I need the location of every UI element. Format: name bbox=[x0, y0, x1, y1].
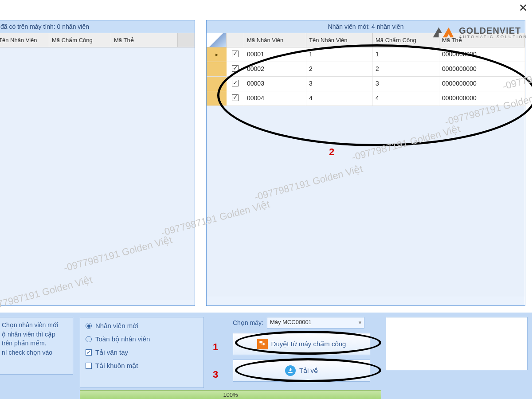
cell-ma-nhan-vien: 00004 bbox=[244, 91, 306, 106]
cell-ten-nhan-vien: 2 bbox=[306, 62, 373, 76]
cell-ma-the: 0000000000 bbox=[439, 91, 525, 106]
col-header: Mã Thẻ bbox=[111, 33, 178, 47]
row-header[interactable] bbox=[207, 91, 227, 106]
help-line: trên phần mềm. bbox=[2, 339, 69, 348]
existing-employees-panel: đã có trên máy tính: 0 nhân viên Tên Nhâ… bbox=[0, 20, 195, 306]
checkbox-icon bbox=[86, 363, 92, 369]
table-row[interactable]: 00002220000000000 bbox=[207, 62, 525, 77]
annotation-number: 3 bbox=[213, 369, 218, 380]
checkbox-label: Tải vân tay bbox=[95, 348, 128, 356]
table-header: Tên Nhân Viên Mã Chấm Công Mã Thẻ bbox=[0, 33, 195, 47]
brand-logo: GOLDENVIET AUTOMATIC SOLUTION bbox=[430, 25, 528, 40]
checkbox-label: Tải khuôn mặt bbox=[95, 362, 138, 370]
cell-ma-the: 0000000000 bbox=[439, 62, 525, 76]
checkbox-fingerprint[interactable]: Tải vân tay bbox=[86, 348, 198, 356]
logo-icon bbox=[430, 25, 455, 40]
cell-ma-cham-cong: 1 bbox=[373, 47, 439, 62]
export-icon bbox=[257, 339, 268, 349]
table-row[interactable]: 00004440000000000 bbox=[207, 91, 525, 106]
logo-subtext: AUTOMATIC SOLUTION bbox=[459, 35, 528, 39]
radio-all-employees[interactable]: Toàn bộ nhân viên bbox=[86, 335, 198, 343]
col-header[interactable]: Mã Nhân Viên bbox=[244, 33, 306, 47]
col-header[interactable]: Tên Nhân Viên bbox=[306, 33, 373, 47]
download-icon bbox=[285, 365, 296, 376]
row-header[interactable]: ▸ bbox=[207, 47, 227, 62]
cell-ten-nhan-vien: 3 bbox=[306, 77, 373, 91]
cell-ten-nhan-vien: 4 bbox=[306, 91, 373, 106]
radio-icon bbox=[86, 323, 92, 329]
button-label: Tải về bbox=[299, 367, 318, 375]
button-label: Duyệt từ máy chấm công bbox=[271, 340, 346, 348]
col-header[interactable]: Mã Chấm Công bbox=[373, 33, 439, 47]
select-machine-label: Chọn máy: bbox=[233, 319, 263, 326]
row-header[interactable] bbox=[207, 62, 227, 76]
machine-select[interactable]: Máy MCC00001 bbox=[267, 317, 364, 329]
help-text-panel: Chọn nhân viên mới ộ nhân viên thì cập t… bbox=[0, 317, 73, 375]
table-row[interactable]: ▸00001110000000000 bbox=[207, 47, 525, 62]
row-checkbox[interactable] bbox=[227, 47, 244, 62]
panel-title: đã có trên máy tính: 0 nhân viên bbox=[0, 20, 195, 33]
radio-icon bbox=[86, 336, 92, 342]
table-row[interactable]: 00003330000000000 bbox=[207, 77, 525, 91]
cell-ma-cham-cong: 3 bbox=[373, 77, 439, 91]
annotation-number: 1 bbox=[213, 341, 218, 353]
col-header: Tên Nhân Viên bbox=[0, 33, 49, 47]
cell-ma-the: 0000000000 bbox=[439, 47, 525, 62]
help-line: nì check chọn vào bbox=[2, 348, 69, 357]
progress-bar: 100% bbox=[80, 390, 381, 399]
cell-ten-nhan-vien: 1 bbox=[306, 47, 373, 62]
col-header: Mã Chấm Công bbox=[49, 33, 111, 47]
checkbox-face[interactable]: Tải khuôn mặt bbox=[86, 362, 198, 370]
cell-ma-nhan-vien: 00001 bbox=[244, 47, 306, 62]
row-checkbox[interactable] bbox=[227, 77, 244, 91]
annotation-number: 2 bbox=[329, 146, 334, 158]
cell-ma-cham-cong: 4 bbox=[373, 91, 439, 106]
download-button[interactable]: Tải về bbox=[233, 360, 370, 382]
cell-ma-the: 0000000000 bbox=[439, 77, 525, 91]
help-line: ộ nhân viên thì cập bbox=[2, 330, 69, 339]
table-body-empty bbox=[207, 106, 525, 297]
browse-from-device-button[interactable]: Duyệt từ máy chấm công bbox=[233, 333, 370, 355]
table-body-empty bbox=[0, 47, 195, 300]
row-checkbox[interactable] bbox=[227, 62, 244, 76]
new-employees-panel: Nhân viên mới: 4 nhân viên Mã Nhân Viên … bbox=[206, 20, 525, 306]
help-line: Chọn nhân viên mới bbox=[2, 321, 69, 330]
col-header-checkbox[interactable] bbox=[227, 33, 244, 47]
checkbox-icon bbox=[86, 349, 92, 356]
select-all-corner[interactable] bbox=[207, 33, 227, 47]
options-panel: Nhân viên mới Toàn bộ nhân viên Tải vân … bbox=[80, 317, 204, 388]
cell-ma-nhan-vien: 00003 bbox=[244, 77, 306, 91]
log-output-box bbox=[386, 317, 528, 370]
cell-ma-nhan-vien: 00002 bbox=[244, 62, 306, 76]
close-icon[interactable]: ✕ bbox=[519, 2, 528, 14]
bottom-toolbar: Chọn nhân viên mới ộ nhân viên thì cập t… bbox=[0, 313, 532, 399]
row-header[interactable] bbox=[207, 77, 227, 91]
logo-text: GOLDENVIET bbox=[459, 26, 528, 35]
radio-label: Nhân viên mới bbox=[95, 322, 138, 330]
row-checkbox[interactable] bbox=[227, 91, 244, 106]
action-panel: Chọn máy: Máy MCC00001 Duyệt từ máy chấm… bbox=[233, 317, 381, 388]
radio-new-employees[interactable]: Nhân viên mới bbox=[86, 322, 198, 330]
radio-label: Toàn bộ nhân viên bbox=[95, 335, 150, 343]
cell-ma-cham-cong: 2 bbox=[373, 62, 439, 76]
